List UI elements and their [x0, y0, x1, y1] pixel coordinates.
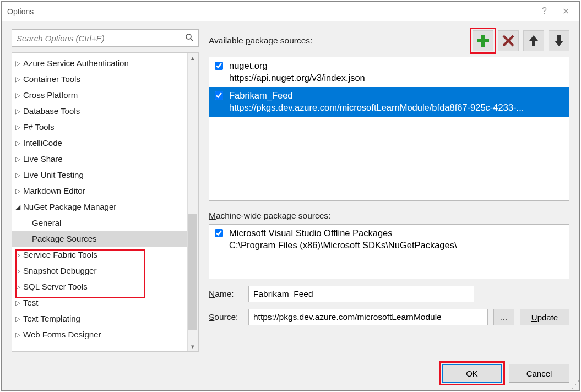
package-source-checkbox[interactable] [215, 91, 223, 100]
tree-item-label: Cross Platform [23, 90, 78, 100]
scroll-up-icon[interactable]: ▴ [188, 53, 197, 63]
chevron-right-icon: ▷ [15, 187, 23, 195]
tree-item[interactable]: ▷ F# Tools [12, 119, 198, 135]
tree-item-label: Text Templating [23, 314, 80, 323]
tree-item[interactable]: ▷ Test [12, 295, 198, 311]
available-sources-label: Available package sources: [209, 36, 473, 46]
tree-item[interactable]: General [12, 215, 198, 231]
move-up-button[interactable] [523, 30, 544, 51]
tree-item[interactable]: ▷ Service Fabric Tools [12, 247, 198, 263]
chevron-right-icon: ▷ [15, 139, 23, 147]
search-input[interactable] [17, 34, 185, 43]
tree-item[interactable]: ▷ IntelliCode [12, 135, 198, 151]
tree-item-label: Package Sources [32, 234, 97, 243]
chevron-right-icon: ▷ [15, 315, 23, 323]
tree-item[interactable]: ▷ Container Tools [12, 71, 198, 87]
svg-line-1 [191, 39, 193, 41]
available-sources-list[interactable]: nuget.orghttps://api.nuget.org/v3/index.… [209, 57, 569, 201]
tree-item-label: Database Tools [23, 106, 80, 116]
svg-rect-3 [477, 39, 489, 42]
tree-item[interactable]: ▷ Azure Service Authentication [12, 55, 198, 71]
package-source-text: Microsoft Visual Studio Offline Packages… [227, 227, 564, 251]
arrow-down-icon [553, 34, 564, 47]
chevron-right-icon: ▷ [15, 75, 23, 83]
tree-item[interactable]: ▷ Live Unit Testing [12, 167, 198, 183]
chevron-right-icon: ▷ [15, 251, 23, 259]
chevron-right-icon: ▷ [15, 171, 23, 179]
tree-item-label: Test [23, 298, 39, 307]
scroll-thumb[interactable] [188, 214, 197, 330]
chevron-right-icon: ▷ [15, 107, 23, 115]
tree-item-label: Live Share [23, 154, 63, 164]
scroll-down-icon[interactable]: ▾ [188, 341, 197, 351]
close-button[interactable]: ✕ [562, 6, 569, 17]
source-label: Source: [209, 312, 243, 322]
svg-point-0 [186, 34, 191, 39]
tree-item[interactable]: ◢ NuGet Package Manager [12, 199, 198, 215]
options-tree[interactable]: ▷ Azure Service Authentication▷ Containe… [12, 52, 199, 352]
browse-button[interactable]: ... [493, 309, 514, 325]
ok-button[interactable]: OK [442, 364, 502, 383]
tree-item-label: F# Tools [23, 122, 54, 132]
plus-icon [476, 34, 490, 48]
tree-item[interactable]: ▷ Text Templating [12, 311, 198, 326]
chevron-right-icon: ▷ [15, 155, 23, 163]
name-label: Name: [209, 289, 243, 299]
package-source-row[interactable]: Fabrikam_Feedhttps://pkgs.dev.azure.com/… [209, 87, 569, 117]
tree-item-label: NuGet Package Manager [23, 202, 116, 211]
package-source-checkbox[interactable] [215, 62, 223, 70]
package-source-row[interactable]: nuget.orghttps://api.nuget.org/v3/index.… [209, 57, 569, 87]
tree-item[interactable]: ▷ Cross Platform [12, 87, 198, 103]
resize-grip-icon[interactable]: ⋰ [571, 382, 578, 389]
options-dialog: Options ? ✕ ▷ Azure Service Authenticati… [1, 1, 580, 391]
package-source-row[interactable]: Microsoft Visual Studio Offline Packages… [209, 225, 569, 254]
x-icon [502, 34, 515, 47]
cancel-button[interactable]: Cancel [509, 364, 569, 383]
tree-item-label: Service Fabric Tools [23, 250, 97, 259]
tree-item[interactable]: ▷ SQL Server Tools [12, 279, 198, 295]
tree-item[interactable]: ▷ Database Tools [12, 103, 198, 119]
remove-source-button[interactable] [498, 30, 519, 51]
titlebar: Options ? ✕ [2, 2, 579, 21]
chevron-right-icon: ▷ [15, 91, 23, 99]
package-source-text: nuget.orghttps://api.nuget.org/v3/index.… [227, 59, 564, 84]
chevron-right-icon: ▷ [15, 283, 23, 291]
search-box[interactable] [12, 29, 199, 47]
update-button[interactable]: Update [520, 309, 569, 325]
source-input[interactable] [248, 309, 488, 325]
tree-item-label: Container Tools [23, 74, 80, 84]
machine-sources-list[interactable]: Microsoft Visual Studio Offline Packages… [209, 224, 569, 279]
chevron-right-icon: ▷ [15, 59, 23, 67]
tree-item-label: Web Forms Designer [23, 330, 101, 339]
tree-item[interactable]: ▷ Snapshot Debugger [12, 263, 198, 279]
add-source-button[interactable] [473, 30, 493, 51]
package-source-text: Fabrikam_Feedhttps://pkgs.dev.azure.com/… [227, 89, 564, 113]
chevron-down-icon: ◢ [15, 203, 23, 211]
chevron-right-icon: ▷ [15, 331, 23, 339]
search-icon [185, 33, 194, 43]
tree-item[interactable]: ▷ Markdown Editor [12, 183, 198, 199]
tree-item[interactable]: Package Sources [12, 231, 198, 247]
tree-scrollbar[interactable]: ▴ ▾ [187, 53, 198, 351]
tree-item-label: Azure Service Authentication [23, 58, 129, 68]
tree-item-label: General [32, 218, 61, 227]
chevron-right-icon: ▷ [15, 267, 23, 275]
tree-item[interactable]: ▷ Web Forms Designer [12, 326, 198, 342]
name-input[interactable] [248, 286, 474, 302]
tree-item-label: Snapshot Debugger [23, 266, 96, 275]
machine-sources-label: Machine-wide package sources: [209, 211, 569, 221]
arrow-up-icon [528, 34, 539, 47]
tree-item[interactable]: ▷ Live Share [12, 151, 198, 167]
help-button[interactable]: ? [542, 6, 547, 17]
package-source-checkbox[interactable] [215, 229, 223, 237]
tree-item-label: SQL Server Tools [23, 282, 88, 291]
tree-item-label: Live Unit Testing [23, 170, 84, 179]
chevron-right-icon: ▷ [15, 299, 23, 307]
tree-item-label: Markdown Editor [23, 186, 85, 195]
tree-item-label: IntelliCode [23, 138, 62, 148]
window-title: Options [7, 7, 542, 16]
move-down-button[interactable] [549, 30, 569, 51]
chevron-right-icon: ▷ [15, 123, 23, 131]
